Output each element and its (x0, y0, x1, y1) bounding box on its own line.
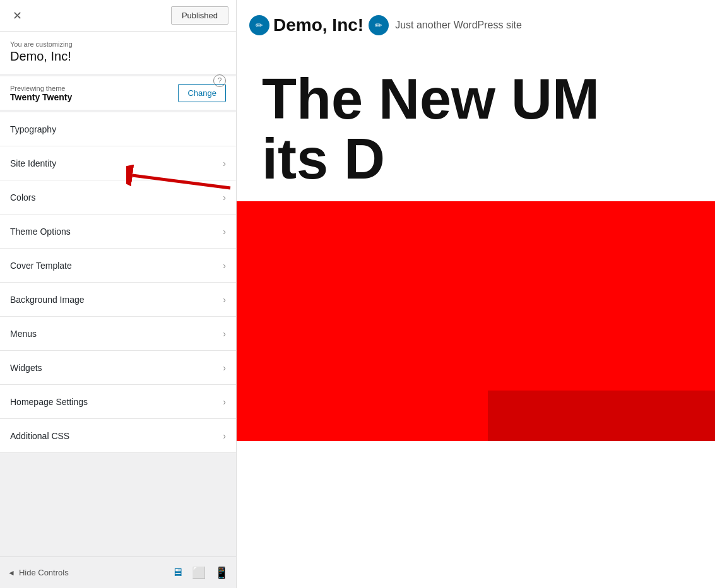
menu-item-cover-template-label: Cover Template (10, 261, 72, 271)
edit-site-tagline-button[interactable]: ✏ (369, 15, 389, 35)
chevron-right-icon: › (223, 192, 226, 203)
pencil-icon-2: ✏ (375, 20, 382, 30)
bottom-bar: ◄ Hide Controls 🖥 ⬜ 📱 (0, 556, 236, 588)
chevron-right-icon: › (223, 329, 226, 339)
desktop-icon[interactable]: 🖥 (172, 566, 183, 580)
close-button[interactable]: ✕ (8, 6, 27, 25)
mobile-icon[interactable]: 📱 (215, 566, 228, 580)
chevron-right-icon: › (223, 158, 226, 168)
menu-item-colors[interactable]: Colors › (0, 180, 236, 215)
red-dark-overlay (488, 391, 715, 441)
chevron-right-icon: › (223, 397, 226, 407)
customizing-section: You are customizing Demo, Inc! ? (0, 32, 236, 76)
menu-item-site-identity[interactable]: Site Identity › (0, 146, 236, 180)
menu-item-typography-label: Typography (10, 124, 56, 134)
chevron-right-icon: › (223, 261, 226, 271)
arrow-left-icon: ◄ (8, 568, 15, 577)
menu-item-theme-options-label: Theme Options (10, 226, 71, 237)
menu-list: Typography Site Identity › Colors › Them… (0, 112, 236, 556)
hero-text-line1: The New UM (262, 69, 690, 129)
menu-item-cover-template[interactable]: Cover Template › (0, 249, 236, 283)
menu-item-menus-label: Menus (10, 329, 37, 339)
menu-item-background-image-label: Background Image (10, 295, 85, 305)
menu-item-homepage-settings[interactable]: Homepage Settings › (0, 385, 236, 419)
hide-controls-button[interactable]: ◄ Hide Controls (8, 568, 69, 577)
pencil-icon: ✏ (256, 20, 263, 30)
theme-section: Previewing theme Twenty Twenty Change (0, 76, 236, 112)
chevron-right-icon: › (223, 431, 226, 441)
chevron-right-icon: › (223, 363, 226, 373)
theme-name: Twenty Twenty (10, 92, 72, 102)
menu-item-background-image[interactable]: Background Image › (0, 283, 236, 317)
menu-item-widgets[interactable]: Widgets › (0, 351, 236, 385)
hero-text-line2: its D (262, 129, 690, 189)
published-button[interactable]: Published (171, 6, 228, 25)
device-icons: 🖥 ⬜ 📱 (172, 566, 228, 580)
theme-label: Previewing theme (10, 85, 72, 92)
chevron-right-icon: › (223, 295, 226, 305)
top-bar: ✕ Published (0, 0, 236, 32)
menu-item-additional-css[interactable]: Additional CSS › (0, 419, 236, 453)
right-panel: ✏ Demo, Inc! ✏ Just another WordPress si… (237, 0, 715, 588)
customizing-title: Demo, Inc! (10, 49, 226, 64)
menu-item-homepage-settings-label: Homepage Settings (10, 397, 88, 407)
menu-item-typography[interactable]: Typography (0, 112, 236, 146)
customizing-label: You are customizing (10, 40, 226, 48)
menu-item-menus[interactable]: Menus › (0, 317, 236, 351)
menu-item-site-identity-label: Site Identity (10, 158, 56, 168)
edit-site-title-button[interactable]: ✏ (249, 15, 269, 35)
tablet-icon[interactable]: ⬜ (192, 566, 206, 580)
chevron-right-icon: › (223, 226, 226, 237)
menu-item-additional-css-label: Additional CSS (10, 431, 69, 441)
help-icon[interactable]: ? (213, 74, 226, 87)
left-panel: ✕ Published You are customizing Demo, In… (0, 0, 237, 588)
hero-section: The New UM its D (237, 50, 715, 201)
menu-item-widgets-label: Widgets (10, 363, 42, 373)
site-header: ✏ Demo, Inc! ✏ Just another WordPress si… (237, 0, 715, 50)
site-title-preview: Demo, Inc! (273, 15, 363, 35)
menu-item-colors-label: Colors (10, 192, 35, 203)
theme-info: Previewing theme Twenty Twenty (10, 85, 72, 102)
hide-controls-label: Hide Controls (19, 568, 69, 577)
menu-item-theme-options[interactable]: Theme Options › (0, 215, 236, 249)
site-tagline-preview: Just another WordPress site (395, 20, 522, 31)
red-section (237, 201, 715, 441)
